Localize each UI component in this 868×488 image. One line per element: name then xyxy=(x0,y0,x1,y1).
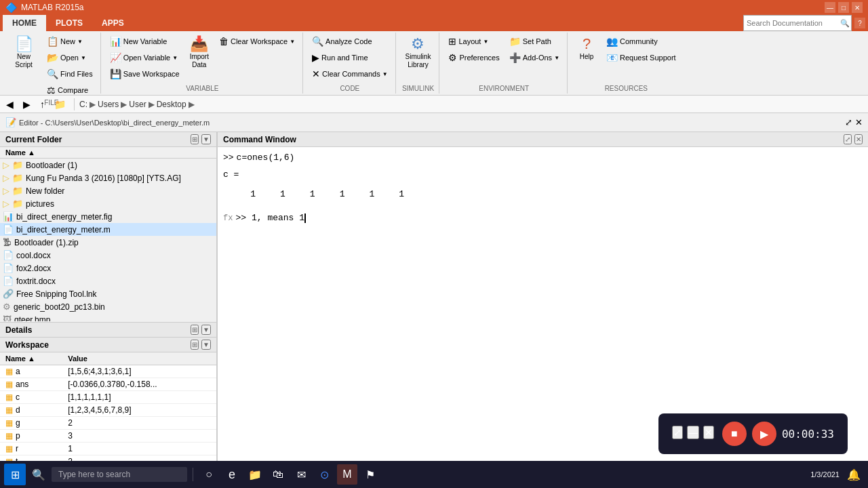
list-item-snipping[interactable]: 🔗 Free Snipping Tool.lnk xyxy=(0,287,216,300)
run-and-time-icon: ▶ xyxy=(312,52,319,63)
cmd-var-line: c = xyxy=(223,169,863,180)
table-row[interactable]: ▦p 3 xyxy=(0,430,216,443)
breadcrumb-desktop[interactable]: Desktop xyxy=(157,100,186,109)
save-workspace-button[interactable]: 💾 Save Workspace xyxy=(106,66,183,81)
rec-expand-button[interactable]: ⤢ xyxy=(672,426,683,439)
workspace-col-value[interactable]: Value xyxy=(62,352,216,365)
find-files-button[interactable]: 🔍 Find Files xyxy=(43,66,96,81)
cmd-input-line[interactable]: fx >> 1, means 1 xyxy=(223,213,863,223)
clear-commands-button[interactable]: ✕ Clear Commands ▼ xyxy=(309,66,391,81)
clear-workspace-button[interactable]: 🗑 Clear Workspace ▼ xyxy=(216,34,298,49)
taskbar-store-button[interactable]: 🛍 xyxy=(268,464,288,485)
cmd-code-1: c=ones(1,6) xyxy=(237,152,295,163)
list-item-zip[interactable]: 🗜 Bootloader (1).zip xyxy=(0,236,216,249)
current-folder-collapse[interactable]: ▼ xyxy=(201,134,211,144)
cmd-expand-btn[interactable]: ⤢ xyxy=(844,134,852,144)
table-row[interactable]: ▦g 2 xyxy=(0,417,216,430)
workspace-collapse-btn[interactable]: ▼ xyxy=(201,340,211,350)
new-button[interactable]: 📋 New ▼ xyxy=(43,34,86,49)
table-row[interactable]: ▦ans [-0.0366,0.3780,-0.158... xyxy=(0,378,216,391)
list-item-genericbin[interactable]: ⚙ generic_boot20_pc13.bin xyxy=(0,300,216,313)
ws-var-value: 1 xyxy=(62,443,216,455)
simulink-library-button[interactable]: ⚙ SimulinkLibrary xyxy=(401,34,435,72)
taskbar-mail-button[interactable]: ✉ xyxy=(291,464,311,485)
list-item-newfolder[interactable]: ▷ 📁 New folder xyxy=(0,184,216,197)
breadcrumb-user[interactable]: User xyxy=(129,100,146,109)
cmd-prompt-current: >> xyxy=(235,213,246,223)
folder-content[interactable]: ▷ 📁 Bootloader (1) ▷ 📁 Kung Fu Panda 3 (… xyxy=(0,159,216,321)
list-item-m[interactable]: 📄 bi_direct_energy_meter.m xyxy=(0,223,216,236)
rec-play-button[interactable]: ▶ xyxy=(752,422,776,446)
find-files-icon: 🔍 xyxy=(47,68,58,79)
workspace-expand-btn[interactable]: ⊞ xyxy=(191,340,199,350)
taskbar-search-btn[interactable]: 🔍 xyxy=(28,464,49,485)
file-item-name12: generic_boot20_pc13.bin xyxy=(14,302,105,312)
list-item-gteer[interactable]: 🖼 gteer.bmp xyxy=(0,313,216,321)
run-and-time-button[interactable]: ▶ Run and Time xyxy=(309,50,391,65)
folder-expand-icon3: ▷ xyxy=(3,186,9,196)
taskbar-notification-btn[interactable]: 🔔 xyxy=(844,464,864,485)
folder-icon-btn[interactable]: 📁 xyxy=(51,98,69,111)
taskbar-chrome-button[interactable]: ⊙ xyxy=(314,464,334,485)
list-item-fig[interactable]: 📊 bi_direct_energy_meter.fig xyxy=(0,210,216,223)
request-support-button[interactable]: 📧 Request Support xyxy=(603,50,679,65)
search-input[interactable] xyxy=(747,19,840,27)
workspace-col-name[interactable]: Name ▲ xyxy=(0,352,62,365)
layout-button[interactable]: ⊞ Layout ▼ xyxy=(445,34,502,49)
open-button[interactable]: 📂 Open ▼ xyxy=(43,50,96,65)
ribbon-minimize-button[interactable]: ? xyxy=(854,18,865,28)
analyze-code-button[interactable]: 🔍 Analyze Code xyxy=(309,34,391,49)
rec-minimize-button[interactable]: — xyxy=(687,426,699,439)
taskbar-explorer-button[interactable]: 📁 xyxy=(245,464,265,485)
taskbar-cortana-button[interactable]: ○ xyxy=(199,464,219,485)
import-data-button[interactable]: 📥 ImportData xyxy=(186,34,213,72)
current-folder-action1[interactable]: ⊞ xyxy=(191,134,199,144)
breadcrumb-c[interactable]: C: xyxy=(79,100,87,109)
help-button[interactable]: ? Help xyxy=(573,34,600,64)
start-button[interactable]: ⊞ xyxy=(4,464,26,485)
taskbar-right: 1/3/2021 🔔 xyxy=(810,464,864,485)
close-button[interactable]: ✕ xyxy=(852,2,863,13)
new-variable-button[interactable]: 📊 New Variable xyxy=(106,34,183,49)
taskbar-edge-button[interactable]: e xyxy=(222,464,242,485)
taskbar-extra-button[interactable]: ⚑ xyxy=(360,464,380,485)
rec-stop-button[interactable]: ■ xyxy=(722,422,747,446)
rec-close-button[interactable]: ✕ xyxy=(703,426,714,439)
ws-var-name: ▦g xyxy=(0,417,62,430)
tab-home[interactable]: HOME xyxy=(3,15,46,31)
back-button[interactable]: ◀ xyxy=(3,98,17,111)
list-item-fox2docx[interactable]: 📄 fox2.docx xyxy=(0,262,216,274)
table-row[interactable]: ▦a [1,5,6;4,3,1;3,6,1] xyxy=(0,365,216,378)
list-item-cooldocx[interactable]: 📄 cool.docx xyxy=(0,249,216,262)
breadcrumb-users[interactable]: Users xyxy=(98,100,119,109)
community-button[interactable]: 👥 Community xyxy=(603,34,679,49)
table-row[interactable]: ▦r 1 xyxy=(0,443,216,455)
list-item-foxtritdocx[interactable]: 📄 foxtrit.docx xyxy=(0,274,216,287)
tab-plots[interactable]: PLOTS xyxy=(46,15,92,31)
maximize-button[interactable]: □ xyxy=(838,2,849,13)
list-item-pictures[interactable]: ▷ 📁 pictures xyxy=(0,197,216,210)
editor-close-button[interactable]: ✕ xyxy=(855,117,863,127)
search-documentation[interactable]: 🔍 xyxy=(743,15,852,31)
add-ons-button[interactable]: ➕ Add-Ons ▼ xyxy=(506,50,563,65)
table-row[interactable]: ▦c [1,1,1,1,1,1] xyxy=(0,391,216,404)
new-script-button[interactable]: 📄 NewScript xyxy=(7,34,41,72)
compare-button[interactable]: ⚖ Compare xyxy=(43,83,96,98)
preferences-button[interactable]: ⚙ Preferences xyxy=(445,50,502,65)
up-button[interactable]: ↑ xyxy=(37,98,48,111)
taskbar-search-input[interactable] xyxy=(52,467,187,482)
details-collapse-btn[interactable]: ▼ xyxy=(201,325,211,335)
open-variable-button[interactable]: 📈 Open Variable ▼ xyxy=(106,50,183,65)
list-item-bootloader1[interactable]: ▷ 📁 Bootloader (1) xyxy=(0,159,216,171)
cmd-close-btn[interactable]: ✕ xyxy=(854,134,863,144)
file-docx-icon1: 📄 xyxy=(3,250,14,260)
forward-button[interactable]: ▶ xyxy=(20,98,34,111)
tab-apps[interactable]: APPS xyxy=(92,15,134,31)
details-expand-btn[interactable]: ⊞ xyxy=(191,325,199,335)
taskbar-matlab-button[interactable]: M xyxy=(337,464,357,485)
table-row[interactable]: ▦d [1,2,3,4,5,6,7,8,9] xyxy=(0,404,216,417)
set-path-button[interactable]: 📁 Set Path xyxy=(506,34,563,49)
list-item-kungfu[interactable]: ▷ 📁 Kung Fu Panda 3 (2016) [1080p] [YTS.… xyxy=(0,171,216,184)
editor-expand-button[interactable]: ⤢ xyxy=(845,117,852,127)
minimize-button[interactable]: — xyxy=(825,2,835,13)
